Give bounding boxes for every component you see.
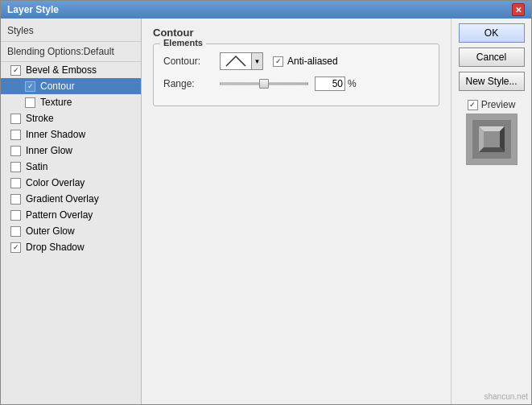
preview-text: Preview xyxy=(481,99,516,110)
main-content: Contour Elements Contour: ▼ Anti-a xyxy=(142,19,451,404)
anti-aliased-checkbox[interactable] xyxy=(273,56,283,67)
elements-group: Elements Contour: ▼ Anti-aliased xyxy=(153,43,439,106)
preview-section: Preview xyxy=(466,99,518,165)
contour-dropdown-arrow[interactable]: ▼ xyxy=(252,52,263,70)
right-panel: OK Cancel New Style... Preview xyxy=(451,19,531,404)
contour-preview[interactable] xyxy=(220,52,252,70)
sidebar-item-stroke[interactable]: Stroke xyxy=(1,110,141,126)
bevel-preview-icon xyxy=(472,120,511,159)
layer-style-dialog: Layer Style ✕ Styles Blending Options:De… xyxy=(0,0,532,405)
pattern-overlay-label: Pattern Overlay xyxy=(26,209,93,221)
inner-glow-checkbox[interactable] xyxy=(10,146,21,156)
contour-label: Contour xyxy=(40,81,75,92)
left-panel: Styles Blending Options:Default Bevel & … xyxy=(1,19,142,404)
preview-label-row: Preview xyxy=(468,99,516,110)
new-style-button[interactable]: New Style... xyxy=(459,72,525,91)
preview-checkbox[interactable] xyxy=(468,100,478,110)
satin-label: Satin xyxy=(26,161,47,172)
texture-label: Texture xyxy=(40,97,72,108)
drop-shadow-checkbox[interactable] xyxy=(10,242,21,253)
dialog-body: Styles Blending Options:Default Bevel & … xyxy=(1,19,531,404)
bevel-emboss-checkbox[interactable] xyxy=(10,65,21,76)
sidebar-item-contour[interactable]: Contour xyxy=(1,78,141,94)
range-slider[interactable] xyxy=(220,77,308,90)
dialog-title: Layer Style xyxy=(7,4,59,15)
inner-glow-label: Inner Glow xyxy=(26,145,72,156)
contour-curve-icon xyxy=(225,55,247,68)
drop-shadow-label: Drop Shadow xyxy=(26,242,85,253)
sidebar-item-drop-shadow[interactable]: Drop Shadow xyxy=(1,239,141,255)
anti-aliased-row: Anti-aliased xyxy=(273,56,338,67)
section-title: Contour xyxy=(153,27,439,39)
outer-glow-checkbox[interactable] xyxy=(10,226,21,237)
title-bar: Layer Style ✕ xyxy=(1,1,531,19)
blending-options-label[interactable]: Blending Options:Default xyxy=(1,42,141,62)
sidebar-item-texture[interactable]: Texture xyxy=(1,94,141,110)
stroke-checkbox[interactable] xyxy=(10,114,21,124)
satin-checkbox[interactable] xyxy=(10,162,21,172)
sidebar-item-bevel-emboss[interactable]: Bevel & Emboss xyxy=(1,62,141,78)
inner-shadow-label: Inner Shadow xyxy=(26,129,85,140)
inner-shadow-checkbox[interactable] xyxy=(10,130,21,140)
range-value-input[interactable] xyxy=(315,76,345,91)
sidebar-item-outer-glow[interactable]: Outer Glow xyxy=(1,223,141,239)
pattern-overlay-checkbox[interactable] xyxy=(10,210,21,221)
sidebar-item-inner-shadow[interactable]: Inner Shadow xyxy=(1,126,141,143)
gradient-overlay-checkbox[interactable] xyxy=(10,194,21,205)
range-label: Range: xyxy=(163,78,220,89)
range-row: Range: % xyxy=(163,76,429,91)
slider-thumb[interactable] xyxy=(259,79,269,89)
watermark: shancun.net xyxy=(485,392,529,401)
color-overlay-checkbox[interactable] xyxy=(10,178,21,188)
outer-glow-label: Outer Glow xyxy=(26,225,75,237)
sidebar-item-gradient-overlay[interactable]: Gradient Overlay xyxy=(1,191,141,207)
contour-checkbox[interactable] xyxy=(25,81,35,92)
close-button[interactable]: ✕ xyxy=(512,3,525,16)
stroke-label: Stroke xyxy=(26,113,54,124)
percent-label: % xyxy=(348,78,357,89)
gradient-overlay-label: Gradient Overlay xyxy=(26,193,99,205)
cancel-button[interactable]: Cancel xyxy=(459,48,525,67)
styles-label: Styles xyxy=(1,22,141,42)
ok-button[interactable]: OK xyxy=(459,23,525,43)
contour-row: Contour: ▼ Anti-aliased xyxy=(163,52,429,70)
bevel-emboss-label: Bevel & Emboss xyxy=(26,64,97,76)
svg-rect-5 xyxy=(484,131,500,147)
sidebar-item-inner-glow[interactable]: Inner Glow xyxy=(1,143,141,159)
color-overlay-label: Color Overlay xyxy=(26,177,85,188)
sidebar-item-satin[interactable]: Satin xyxy=(1,159,141,175)
group-title: Elements xyxy=(160,38,206,48)
sidebar-item-color-overlay[interactable]: Color Overlay xyxy=(1,175,141,191)
texture-checkbox[interactable] xyxy=(25,97,35,108)
anti-aliased-label: Anti-aliased xyxy=(287,56,338,67)
contour-field-label: Contour: xyxy=(163,56,220,67)
preview-thumbnail xyxy=(466,114,518,165)
sidebar-item-pattern-overlay[interactable]: Pattern Overlay xyxy=(1,207,141,223)
